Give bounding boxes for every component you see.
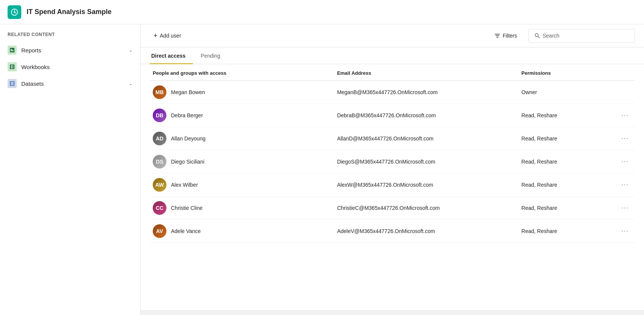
user-email: AllanD@M365x447726.OnMicrosoft.com	[334, 127, 518, 150]
avatar: AW	[153, 178, 166, 192]
user-name: Debra Berger	[171, 112, 203, 118]
sidebar-reports-label: Reports	[21, 47, 41, 54]
user-actions: ···	[616, 150, 635, 173]
user-permissions: Read, Reshare	[518, 220, 615, 243]
avatar: MB	[153, 85, 166, 99]
content-area: + Add user Filters Search	[141, 24, 644, 315]
avatar: CC	[153, 201, 166, 215]
toolbar: + Add user Filters Search	[141, 24, 644, 47]
user-name-cell: MB Megan Bowen	[150, 81, 334, 104]
table-row: DS Diego Siciliani DiegoS@M365x447726.On…	[150, 150, 635, 173]
sidebar-section-title: Related content	[0, 32, 140, 42]
datasets-icon	[8, 79, 17, 88]
table-row: MB Megan Bowen MeganB@M365x447726.OnMicr…	[150, 81, 635, 104]
filters-button[interactable]: Filters	[491, 30, 521, 41]
user-actions: ···	[616, 173, 635, 197]
user-permissions: Read, Reshare	[518, 127, 615, 150]
col-header-actions	[616, 64, 635, 81]
svg-rect-4	[12, 50, 13, 51]
user-permissions: Read, Reshare	[518, 104, 615, 127]
svg-rect-13	[11, 84, 14, 85]
user-email: DiegoS@M365x447726.OnMicrosoft.com	[334, 150, 518, 173]
user-permissions: Read, Reshare	[518, 197, 615, 220]
app-title: IT Spend Analysis Sample	[27, 8, 111, 16]
user-email: MeganB@M365x447726.OnMicrosoft.com	[334, 81, 518, 104]
filters-label: Filters	[503, 33, 517, 39]
sidebar-item-datasets[interactable]: Datasets ⌄	[0, 75, 140, 92]
user-permissions: Read, Reshare	[518, 150, 615, 173]
search-icon	[534, 33, 540, 39]
table-row: DB Debra Berger DebraB@M365x447726.OnMic…	[150, 104, 635, 127]
reports-icon	[8, 46, 17, 55]
tab-pending[interactable]: Pending	[199, 47, 228, 64]
svg-rect-11	[11, 82, 14, 83]
tab-direct-access[interactable]: Direct access	[150, 47, 193, 64]
sidebar: Related content Reports ⌄	[0, 24, 141, 315]
tabs: Direct access Pending	[141, 47, 644, 64]
sidebar-item-reports[interactable]: Reports ⌄	[0, 42, 140, 58]
sidebar-item-workbooks[interactable]: Workbooks	[0, 58, 140, 75]
filter-icon	[494, 33, 500, 39]
user-actions: ···	[616, 104, 635, 127]
user-name: Diego Siciliani	[171, 159, 204, 165]
sidebar-datasets-label: Datasets	[21, 80, 44, 87]
svg-rect-12	[11, 83, 14, 84]
main-layout: Related content Reports ⌄	[0, 24, 644, 315]
user-name-cell: DS Diego Siciliani	[150, 150, 334, 173]
search-placeholder: Search	[543, 33, 559, 39]
user-actions	[616, 81, 635, 104]
col-header-permissions: Permissions	[518, 64, 615, 81]
user-email: DebraB@M365x447726.OnMicrosoft.com	[334, 104, 518, 127]
user-name-cell: AV Adele Vance	[150, 220, 334, 243]
user-name: Megan Bowen	[171, 89, 205, 95]
user-email: ChristieC@M365x447726.OnMicrosoft.com	[334, 197, 518, 220]
more-actions-button[interactable]: ···	[619, 110, 632, 120]
user-name: Christie Cline	[171, 205, 203, 211]
users-table: People and groups with access Email Addr…	[150, 64, 635, 243]
reports-chevron-icon: ⌄	[129, 47, 133, 53]
table-row: CC Christie Cline ChristieC@M365x447726.…	[150, 197, 635, 220]
svg-rect-3	[11, 49, 12, 51]
user-actions: ···	[616, 127, 635, 150]
svg-point-1	[14, 11, 15, 13]
user-name-cell: AD Allan Deyoung	[150, 127, 334, 150]
user-name: Adele Vance	[171, 228, 201, 234]
bottom-scrollbar[interactable]	[141, 310, 644, 315]
more-actions-button[interactable]: ···	[619, 226, 632, 236]
user-actions: ···	[616, 220, 635, 243]
col-header-name: People and groups with access	[150, 64, 334, 81]
user-name-cell: CC Christie Cline	[150, 197, 334, 220]
app-logo	[8, 5, 21, 19]
table-row: AV Adele Vance AdeleV@M365x447726.OnMicr…	[150, 220, 635, 243]
avatar: AD	[153, 132, 166, 145]
more-actions-button[interactable]: ···	[619, 157, 632, 167]
search-button[interactable]: Search	[528, 29, 635, 43]
table-header-row: People and groups with access Email Addr…	[150, 64, 635, 81]
datasets-chevron-icon: ⌄	[129, 81, 133, 86]
more-actions-button[interactable]: ···	[619, 134, 632, 143]
user-permissions: Read, Reshare	[518, 173, 615, 197]
more-actions-button[interactable]: ···	[619, 203, 632, 213]
user-name-cell: AW Alex Wilber	[150, 173, 334, 197]
add-user-button[interactable]: + Add user	[150, 30, 185, 42]
user-name: Allan Deyoung	[171, 135, 206, 142]
user-name-cell: DB Debra Berger	[150, 104, 334, 127]
user-email: AdeleV@M365x447726.OnMicrosoft.com	[334, 220, 518, 243]
table-container: People and groups with access Email Addr…	[141, 64, 644, 310]
col-header-email: Email Address	[334, 64, 518, 81]
svg-line-15	[538, 36, 540, 38]
user-email: AlexW@M365x447726.OnMicrosoft.com	[334, 173, 518, 197]
app-header: IT Spend Analysis Sample	[0, 0, 644, 24]
plus-icon: +	[153, 32, 158, 40]
user-name: Alex Wilber	[171, 182, 198, 188]
user-actions: ···	[616, 197, 635, 220]
user-permissions: Owner	[518, 81, 615, 104]
table-row: AW Alex Wilber AlexW@M365x447726.OnMicro…	[150, 173, 635, 197]
sidebar-workbooks-label: Workbooks	[21, 64, 50, 70]
avatar: DS	[153, 155, 166, 169]
add-user-label: Add user	[160, 33, 181, 39]
avatar: AV	[153, 224, 166, 238]
table-row: AD Allan Deyoung AllanD@M365x447726.OnMi…	[150, 127, 635, 150]
more-actions-button[interactable]: ···	[619, 180, 632, 190]
workbooks-icon	[8, 62, 17, 71]
